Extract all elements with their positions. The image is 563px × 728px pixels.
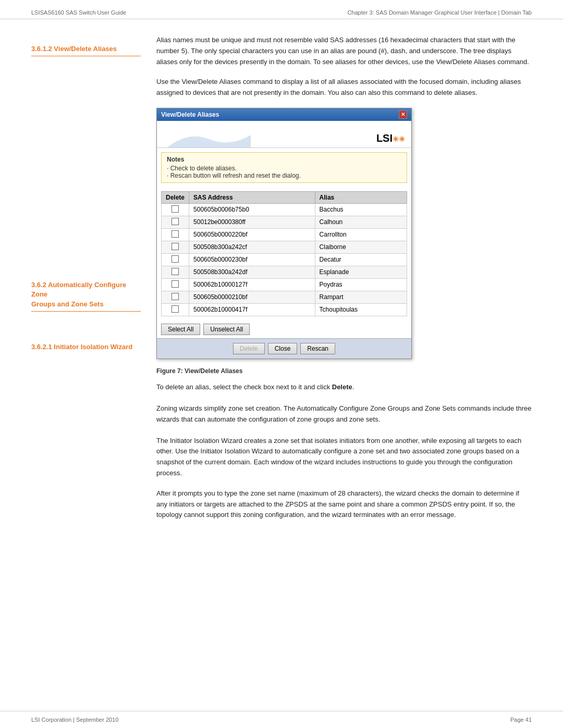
table-row: 500605b0000220bfCarrollton [162, 228, 407, 241]
dialog-title: View/Delete Aliases [161, 111, 219, 118]
table-header-row: Delete SAS Address Alias [162, 191, 407, 203]
delete-cell-3[interactable] [162, 241, 189, 253]
alias-cell-2: Carrollton [315, 228, 407, 241]
delete-checkbox-0[interactable] [172, 205, 179, 213]
footer-left: LSI Corporation | September 2010 [31, 717, 118, 723]
section-362main-body: Zoning wizards simplify zone set creatio… [156, 403, 532, 425]
alias-table-body: 500605b0006b75b0Bacchus50012be0000380ffC… [162, 203, 407, 316]
sas-address-cell-2: 500605b0000220bf [189, 228, 315, 241]
delete-checkbox-1[interactable] [172, 218, 179, 225]
page-footer: LSI Corporation | September 2010 Page 41 [0, 711, 563, 728]
dialog-titlebar: View/Delete Aliases ✕ [157, 108, 411, 121]
sidebar-section-3621-heading: 3.6.2.1 Initiator Isolation Wizard [31, 343, 141, 351]
sidebar-section-3621: 3.6.2.1 Initiator Isolation Wizard [31, 343, 141, 351]
table-row: 500605b0000210bfRampart [162, 291, 407, 303]
delete-cell-2[interactable] [162, 228, 189, 241]
sidebar-section-362main-heading: 3.6.2 Automatically Configure Zone Group… [31, 280, 141, 312]
sas-address-cell-8: 500062b10000417f [189, 303, 315, 316]
section-3621-para2: After it prompts you to type the zone se… [156, 488, 532, 521]
alias-cell-5: Esplanade [315, 266, 407, 278]
section-3621-para1: The Initiator Isolation Wizard creates a… [156, 436, 532, 479]
table-row: 500062b10000127fPoydras [162, 278, 407, 291]
header-left: LSISAS6160 SAS Switch User Guide [31, 9, 126, 16]
alias-cell-1: Calhoun [315, 216, 407, 228]
delete-checkbox-4[interactable] [172, 255, 179, 263]
sas-address-cell-1: 50012be0000380ff [189, 216, 315, 228]
notes-list: Check to delete aliases. Rescan button w… [167, 165, 401, 179]
delete-checkbox-5[interactable] [172, 268, 179, 275]
alias-cell-4: Decatur [315, 253, 407, 266]
dialog-table-area: Delete SAS Address Alias 500605b0006b75b… [157, 187, 411, 320]
alias-cell-0: Bacchus [315, 203, 407, 216]
rescan-button[interactable]: Rescan [300, 343, 335, 354]
note-item-1: Check to delete aliases. [167, 165, 401, 172]
delete-checkbox-8[interactable] [172, 305, 179, 313]
figure-title: View/Delete Aliases [185, 367, 242, 375]
delete-checkbox-2[interactable] [172, 230, 179, 238]
table-row: 500605b0006b75b0Bacchus [162, 203, 407, 216]
intro-text: Alias names must be unique and must not … [156, 35, 532, 67]
sas-address-cell-0: 500605b0006b75b0 [189, 203, 315, 216]
sas-address-cell-5: 500508b300a242df [189, 266, 315, 278]
delete-button[interactable]: Delete [233, 343, 265, 354]
delete-checkbox-3[interactable] [172, 243, 179, 250]
notes-title: Notes [167, 156, 401, 163]
figure-caption: Figure 7: View/Delete Aliases [156, 367, 532, 375]
header-right: Chapter 3: SAS Domain Manager Graphical … [347, 9, 532, 16]
table-row: 500605b0000230bfDecatur [162, 253, 407, 266]
dialog-bottom-buttons: Delete Close Rescan [157, 338, 411, 359]
note-item-2: Rescan button will refresh and reset the… [167, 172, 401, 179]
dialog-wave-decoration [157, 127, 261, 147]
dialog-wrapper: View/Delete Aliases ✕ LSI✳✳ Not [156, 108, 532, 359]
delete-cell-6[interactable] [162, 278, 189, 291]
alias-table: Delete SAS Address Alias 500605b0006b75b… [161, 191, 407, 316]
col-header-delete: Delete [162, 191, 189, 203]
view-delete-aliases-dialog: View/Delete Aliases ✕ LSI✳✳ Not [156, 108, 412, 359]
delete-cell-5[interactable] [162, 266, 189, 278]
dialog-notes: Notes Check to delete aliases. Rescan bu… [161, 152, 407, 183]
left-sidebar: 3.6.1.2 View/Delete Aliases 3.6.2 Automa… [31, 35, 151, 531]
main-content: Alias names must be unique and must not … [151, 35, 532, 531]
unselect-all-button[interactable]: Unselect All [203, 324, 250, 335]
table-row: 500508b300a242dfEsplanade [162, 266, 407, 278]
delete-cell-7[interactable] [162, 291, 189, 303]
sas-address-cell-4: 500605b0000230bf [189, 253, 315, 266]
section-362main-block: Zoning wizards simplify zone set creatio… [156, 403, 532, 425]
sidebar-section-362main: 3.6.2 Automatically Configure Zone Group… [31, 280, 141, 312]
delete-cell-4[interactable] [162, 253, 189, 266]
lsi-logo: LSI✳✳ [376, 132, 405, 144]
dialog-logo-area: LSI✳✳ [157, 121, 411, 148]
sidebar-section-362: 3.6.1.2 View/Delete Aliases [31, 44, 141, 56]
sidebar-section-362-heading: 3.6.1.2 View/Delete Aliases [31, 44, 141, 56]
delete-checkbox-7[interactable] [172, 293, 179, 300]
page-header: LSISAS6160 SAS Switch User Guide Chapter… [0, 0, 563, 19]
alias-cell-8: Tchoupitoulas [315, 303, 407, 316]
table-row: 50012be0000380ffCalhoun [162, 216, 407, 228]
table-row: 500062b10000417fTchoupitoulas [162, 303, 407, 316]
delete-checkbox-6[interactable] [172, 280, 179, 288]
delete-cell-1[interactable] [162, 216, 189, 228]
select-all-button[interactable]: Select All [161, 324, 200, 335]
select-unselect-buttons: Select All Unselect All [157, 320, 411, 338]
delete-cell-0[interactable] [162, 203, 189, 216]
alias-cell-7: Rampart [315, 291, 407, 303]
close-button[interactable]: Close [268, 343, 298, 354]
footer-right: Page 41 [510, 717, 532, 723]
sas-address-cell-7: 500605b0000210bf [189, 291, 315, 303]
alias-cell-3: Claiborne [315, 241, 407, 253]
figure-number: Figure 7: [156, 367, 183, 375]
sas-address-cell-3: 500508b300a242cf [189, 241, 315, 253]
section-362-body: Use the View/Delete Aliases command to d… [156, 77, 532, 98]
delete-cell-8[interactable] [162, 303, 189, 316]
dialog-close-button[interactable]: ✕ [399, 110, 407, 119]
col-header-alias: Alias [315, 191, 407, 203]
sas-address-cell-6: 500062b10000127f [189, 278, 315, 291]
alias-cell-6: Poydras [315, 278, 407, 291]
table-row: 500508b300a242cfClaiborne [162, 241, 407, 253]
col-header-sas: SAS Address [189, 191, 315, 203]
section-3621-block: The Initiator Isolation Wizard creates a… [156, 436, 532, 521]
delete-instruction: To delete an alias, select the check box… [156, 383, 532, 391]
